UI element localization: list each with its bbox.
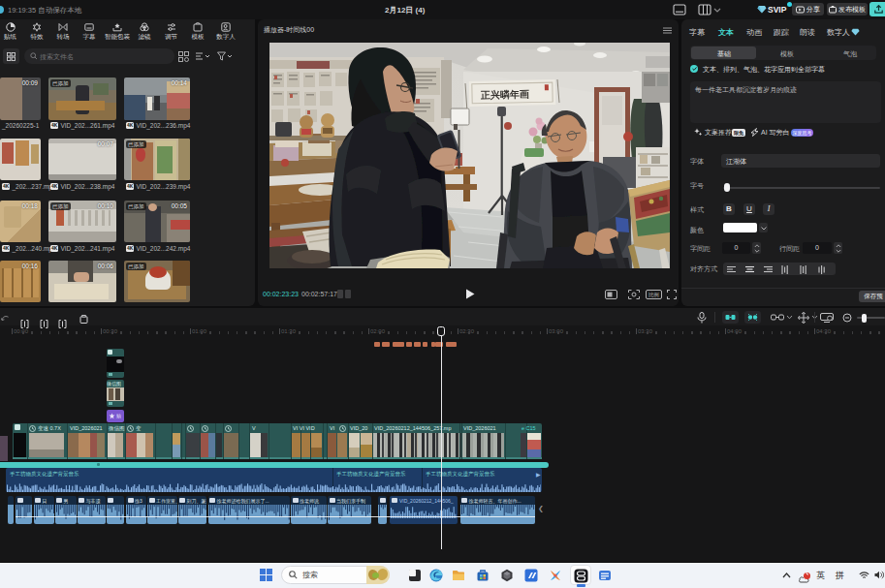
svg-text:正兴暽年画: 正兴暽年画: [481, 89, 529, 101]
